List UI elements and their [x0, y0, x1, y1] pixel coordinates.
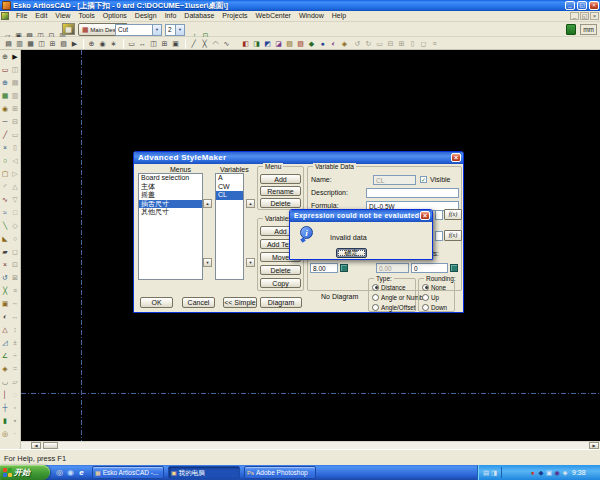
toolbar-icon[interactable]: ⊟ — [385, 38, 396, 49]
radio-option[interactable]: Down — [422, 302, 447, 312]
toolbar-icon[interactable]: ▦ — [25, 38, 36, 49]
tool-icon[interactable]: ↕ — [10, 325, 20, 335]
toolbar-icon[interactable]: ◐ — [328, 38, 339, 49]
tool-icon[interactable]: ▰ — [0, 247, 10, 257]
menu-action-button[interactable]: Rename — [260, 186, 301, 196]
toolbar-icon[interactable]: ⊞ — [159, 38, 170, 49]
confirm-button[interactable]: 确定 — [336, 248, 367, 258]
tool-icon[interactable]: △ — [10, 182, 20, 192]
toolbar-icon[interactable]: ◧ — [240, 38, 251, 49]
menu-item[interactable]: Database — [180, 11, 218, 22]
radio-icon[interactable] — [372, 294, 379, 301]
mdi-close-button[interactable]: × — [590, 12, 599, 20]
toolbar-icon[interactable]: ╳ — [199, 38, 210, 49]
list-item[interactable]: 插舌尺寸 — [139, 200, 202, 209]
menu-action-button[interactable]: Add — [260, 174, 301, 184]
tool-icon[interactable]: │ — [0, 390, 10, 400]
quick-launch-icon[interactable]: ◎ — [54, 466, 65, 479]
tool-icon[interactable]: ▭ — [10, 130, 20, 140]
tray-icon[interactable]: ▣ — [545, 469, 553, 477]
close-icon[interactable]: × — [451, 153, 461, 162]
start-button[interactable]: 开始 — [0, 465, 50, 480]
value-field-partial[interactable] — [435, 210, 443, 220]
tool-icon[interactable]: ▯ — [10, 143, 20, 153]
tool-icon[interactable]: ▷ — [10, 169, 20, 179]
tool-icon[interactable]: ⊕ — [0, 52, 10, 62]
tool-icon[interactable]: ▽ — [10, 195, 20, 205]
ok-button[interactable]: OK — [140, 297, 173, 308]
value-field-1[interactable]: 8.00 — [310, 263, 338, 273]
scroll-right-button[interactable]: ▶ — [589, 442, 599, 449]
tray-icon[interactable]: ◉ — [553, 469, 561, 477]
tool-icon[interactable]: ± — [10, 338, 20, 348]
radio-icon[interactable] — [372, 284, 379, 291]
scale-combobox[interactable]: 2 ▼ — [165, 24, 185, 36]
tool-icon[interactable]: ▫ — [10, 403, 20, 413]
menu-item[interactable]: Projects — [218, 11, 251, 22]
toolbar-icon[interactable]: ↺ — [352, 38, 363, 49]
radio-icon[interactable] — [422, 304, 429, 311]
variables-listbox[interactable]: ACWCL — [215, 173, 244, 280]
toolbar-icon[interactable]: ⊕ — [86, 38, 97, 49]
tool-icon[interactable]: ⊞ — [10, 104, 20, 114]
variable-action-button[interactable]: Delete — [260, 265, 301, 275]
tray-icon[interactable]: ● — [529, 469, 537, 476]
tool-icon[interactable]: ▣ — [0, 299, 10, 309]
visible-checkbox[interactable]: ✓ — [420, 176, 427, 183]
dialog-title-bar[interactable]: Advanced StyleMaker — [134, 152, 463, 164]
toolbar-icon[interactable]: ▨ — [295, 38, 306, 49]
diagram-button[interactable]: Diagram — [260, 297, 302, 308]
toolbar-icon[interactable]: ↻ — [363, 38, 374, 49]
tool-icon[interactable]: ↔ — [10, 312, 20, 322]
menu-item[interactable]: Tools — [74, 11, 98, 22]
document-icon[interactable] — [1, 12, 9, 20]
move-up-button[interactable]: ▲ — [203, 199, 212, 208]
tool-icon[interactable]: ▪ — [10, 416, 20, 426]
toolbar-icon[interactable]: ● — [317, 38, 328, 49]
toolbar-icon[interactable]: ⊞ — [47, 38, 58, 49]
menu-item[interactable]: Design — [131, 11, 161, 22]
move-down-button[interactable]: ▼ — [203, 258, 212, 267]
radio-option[interactable]: None — [422, 282, 447, 292]
toolbar-icon[interactable]: ↔ — [137, 38, 148, 49]
toolbar-icon[interactable]: ∿ — [221, 38, 232, 49]
list-item[interactable]: CW — [216, 183, 243, 192]
menu-item[interactable]: View — [51, 11, 74, 22]
task-button[interactable]: PsAdobe Photoshop — [244, 466, 316, 479]
quick-launch-icon[interactable]: e — [76, 466, 87, 479]
toolbar-icon[interactable]: ◪ — [273, 38, 284, 49]
mdi-restore-button[interactable]: ◱ — [580, 12, 589, 20]
move-up-button[interactable]: ▲ — [246, 199, 255, 208]
tool-icon[interactable]: = — [10, 364, 20, 374]
tool-icon[interactable]: ∠ — [0, 351, 10, 361]
value-field-partial[interactable] — [435, 231, 443, 241]
toolbar-icon[interactable]: ▥ — [14, 38, 25, 49]
tool-icon[interactable]: ◈ — [0, 364, 10, 374]
menu-item[interactable]: Info — [161, 11, 181, 22]
description-field[interactable] — [366, 188, 459, 198]
tool-icon[interactable]: ⊟ — [10, 117, 20, 127]
radio-option[interactable]: Up — [422, 292, 447, 302]
tool-icon[interactable]: ◇ — [10, 221, 20, 231]
workspace-icon[interactable]: ▦ — [62, 23, 75, 35]
list-item[interactable]: 其他尺寸 — [139, 208, 202, 217]
menu-item[interactable]: WebCenter — [252, 11, 295, 22]
tool-icon[interactable]: ╱ — [0, 130, 10, 140]
tool-icon[interactable]: ◻ — [10, 247, 20, 257]
tool-icon[interactable]: ─ — [0, 117, 10, 127]
tool-icon[interactable]: ▶ — [10, 52, 20, 62]
tool-icon[interactable]: ╲ — [0, 221, 10, 231]
tool-icon[interactable]: ╳ — [0, 286, 10, 296]
radio-icon[interactable] — [422, 294, 429, 301]
tool-icon[interactable]: ↺ — [0, 273, 10, 283]
tool-icon[interactable]: ◿ — [0, 338, 10, 348]
toolbar-icon[interactable]: ⊞ — [396, 38, 407, 49]
menu-action-button[interactable]: Delete — [260, 198, 301, 208]
restore-button[interactable]: ◱ — [577, 1, 587, 10]
cancel-button[interactable]: Cancel — [182, 297, 215, 308]
tool-combobox[interactable]: Cut ▼ — [115, 24, 162, 36]
toolbar-icon[interactable]: ▤ — [3, 38, 14, 49]
tool-icon[interactable]: ⊡ — [10, 260, 20, 270]
fx-formula-button[interactable]: f(x) — [444, 209, 462, 220]
language-bar-icon[interactable]: ◨ — [490, 469, 498, 477]
